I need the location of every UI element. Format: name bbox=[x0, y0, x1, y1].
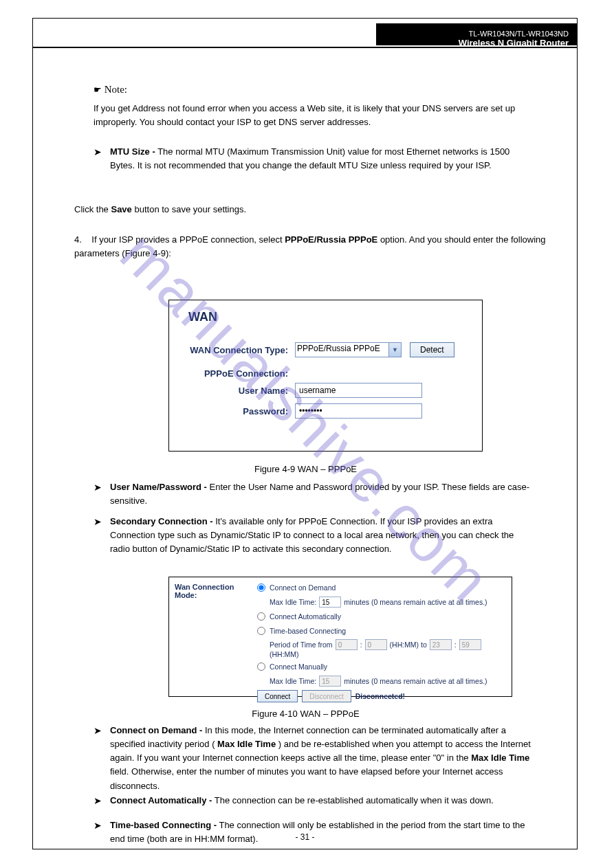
password-input[interactable] bbox=[295, 403, 422, 419]
model-number: TL-WR1043N/TL-WR1043ND bbox=[384, 30, 569, 38]
note-text: If you get Address not found error when … bbox=[94, 102, 534, 129]
connect-on-demand-radio[interactable] bbox=[257, 583, 265, 592]
connection-status: Disconnected! bbox=[355, 692, 405, 700]
userpass-label: User Name/Password - bbox=[110, 482, 207, 492]
ca-label: Connect Automatically - bbox=[110, 795, 212, 805]
wan-mode-panel: Wan Connection Mode: Connect on Demand M… bbox=[168, 577, 512, 697]
opt3-label: Time-based Connecting bbox=[270, 627, 346, 635]
connect-auto-radio[interactable] bbox=[257, 612, 265, 621]
cod-bullet: ➤ Connect on Demand - In this mode, the … bbox=[94, 724, 534, 797]
username-label: User Name: bbox=[182, 386, 295, 396]
hhmm-to: (HH:MM) to bbox=[390, 641, 427, 649]
wan-mode-label: Wan Connection Mode: bbox=[175, 581, 257, 704]
hhmm-suffix: (HH:MM) bbox=[270, 650, 299, 658]
period-from-mm[interactable] bbox=[365, 639, 387, 650]
page-number: - 31 - bbox=[33, 832, 577, 842]
tb-label: Time-based Connecting - bbox=[110, 820, 217, 830]
period-to-hh[interactable] bbox=[430, 639, 452, 650]
password-label: Password: bbox=[182, 406, 295, 416]
minutes-hint-2: minutes (0 means remain active at all ti… bbox=[344, 677, 487, 685]
pppoe-choice: 4. If your ISP provides a PPPoE connecti… bbox=[74, 233, 549, 260]
secondary-conn-label: Secondary Connection - bbox=[110, 516, 213, 526]
connect-button[interactable]: Connect bbox=[257, 690, 298, 702]
connect-manually-radio[interactable] bbox=[257, 663, 265, 671]
bullet-icon: ➤ bbox=[94, 724, 110, 793]
max-idle-input-1[interactable] bbox=[319, 597, 341, 608]
userpass-bullet: ➤ User Name/Password - Enter the User Na… bbox=[94, 480, 534, 512]
period-from-hh[interactable] bbox=[336, 639, 358, 650]
page-frame: TL-WR1043N/TL-WR1043ND Wireless N Gigabi… bbox=[32, 18, 578, 849]
note-label: Note: bbox=[105, 84, 127, 95]
cod-label: Connect on Demand - bbox=[110, 725, 202, 735]
conn-type-label: WAN Connection Type: bbox=[182, 345, 295, 355]
max-idle-input-2[interactable] bbox=[319, 676, 341, 687]
time-based-radio[interactable] bbox=[257, 627, 265, 635]
figure-49-caption: Figure 4-9 WAN – PPPoE bbox=[33, 463, 578, 476]
disconnect-button[interactable]: Disconnect bbox=[302, 690, 351, 702]
period-prefix: Period of Time from bbox=[270, 641, 333, 649]
ca-text: The connection can be re-established aut… bbox=[215, 795, 494, 805]
max-idle-label-1: Max Idle Time: bbox=[270, 598, 316, 606]
opt4-label: Connect Manually bbox=[270, 663, 327, 671]
minutes-hint-1: minutes (0 means remain active at all ti… bbox=[344, 598, 487, 606]
chevron-down-icon: ▼ bbox=[388, 343, 401, 357]
figure-410-caption: Figure 4-10 WAN – PPPoE bbox=[33, 707, 578, 721]
secondary-conn-bullet: ➤ Secondary Connection - It's available … bbox=[94, 515, 534, 560]
pppoe-section-label: PPPoE Connection: bbox=[182, 368, 295, 379]
wan-panel-title: WAN bbox=[188, 310, 470, 324]
note-block-1: ☛ Note: If you get Address not found err… bbox=[94, 82, 534, 130]
header-rule bbox=[33, 47, 577, 48]
mtu-text: The normal MTU (Maximum Transmission Uni… bbox=[110, 146, 509, 170]
pppoe-option-ref: PPPoE/Russia PPPoE bbox=[285, 234, 377, 245]
wan-settings-panel: WAN WAN Connection Type: PPPoE/Russia PP… bbox=[168, 300, 483, 452]
opt1-label: Connect on Demand bbox=[270, 583, 336, 592]
period-to-mm[interactable] bbox=[459, 639, 481, 650]
ca-bullet: ➤ Connect Automatically - The connection… bbox=[94, 794, 534, 813]
opt2-label: Connect Automatically bbox=[270, 612, 341, 621]
save-btn-ref: Save bbox=[111, 204, 131, 214]
username-input[interactable] bbox=[295, 383, 422, 398]
conn-type-select[interactable]: PPPoE/Russia PPPoE ▼ bbox=[295, 342, 402, 357]
bullet-icon: ➤ bbox=[94, 794, 110, 809]
save-prompt: Click the Save button to save your setti… bbox=[74, 203, 542, 216]
mtu-label: MTU Size - bbox=[110, 146, 155, 157]
bullet-icon: ➤ bbox=[94, 480, 110, 508]
detect-button[interactable]: Detect bbox=[410, 342, 454, 357]
header-black-box: TL-WR1043N/TL-WR1043ND Wireless N Gigabi… bbox=[376, 23, 577, 45]
mtu-bullet: ➤ MTU Size - The normal MTU (Maximum Tra… bbox=[94, 145, 534, 177]
bullet-icon: ➤ bbox=[94, 145, 110, 173]
header-bar: TL-WR1043N/TL-WR1043ND Wireless N Gigabi… bbox=[33, 23, 577, 45]
bullet-icon: ➤ bbox=[94, 515, 110, 556]
max-idle-label-2: Max Idle Time: bbox=[270, 677, 316, 685]
